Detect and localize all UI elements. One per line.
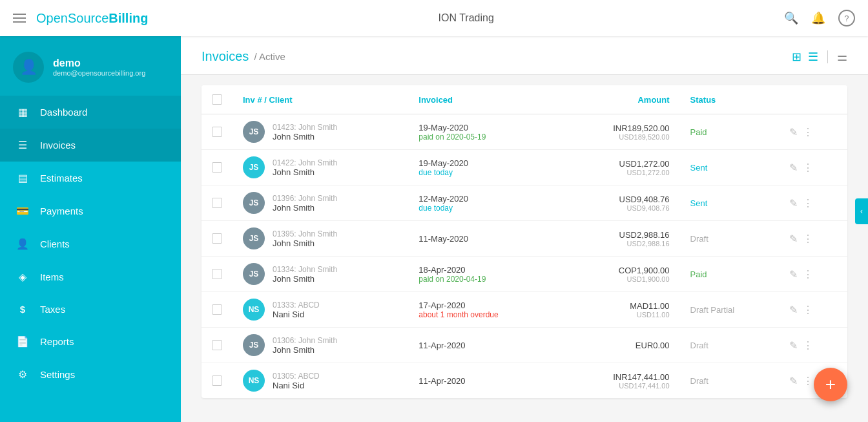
table-row: JS 01395: John Smith John Smith 11-May-2… xyxy=(202,221,847,257)
status-cell: Paid xyxy=(680,114,780,150)
more-button[interactable]: ⋮ xyxy=(803,304,813,316)
row-checkbox-cell xyxy=(202,185,232,221)
edit-button[interactable]: ✎ xyxy=(789,197,798,209)
edit-button[interactable]: ✎ xyxy=(789,375,798,387)
edit-button[interactable]: ✎ xyxy=(789,268,798,280)
filter-icon[interactable]: ⚌ xyxy=(837,50,847,64)
more-button[interactable]: ⋮ xyxy=(803,375,813,387)
invoiced-cell: 11-Apr-2020 xyxy=(408,363,562,399)
grid-view-icon[interactable]: ⊞ xyxy=(792,50,801,64)
date-sub: paid on 2020-04-19 xyxy=(418,275,552,284)
invoice-date: 11-Apr-2020 xyxy=(418,341,552,350)
more-button[interactable]: ⋮ xyxy=(803,268,813,280)
list-view-icon[interactable]: ☰ xyxy=(808,50,818,64)
client-name: Nani Sid xyxy=(273,310,320,319)
invoice-date: 11-May-2020 xyxy=(418,234,552,244)
client-cell: JS 01395: John Smith John Smith xyxy=(232,221,408,257)
actions-cell: ✎ ⋮ xyxy=(779,257,847,292)
status-cell: Sent xyxy=(680,150,780,185)
clients-icon: 👤 xyxy=(16,238,30,250)
row-checkbox-cell xyxy=(202,150,232,185)
amount-main: INR189,520.00 xyxy=(572,123,670,133)
row-checkbox[interactable] xyxy=(212,198,222,208)
status-cell: Draft Partial xyxy=(680,292,780,328)
inv-number: 01396: John Smith xyxy=(273,194,337,203)
view-divider xyxy=(827,50,828,63)
row-checkbox[interactable] xyxy=(212,375,222,386)
row-checkbox[interactable] xyxy=(212,162,222,173)
status-cell: Draft xyxy=(680,221,780,257)
edit-button[interactable]: ✎ xyxy=(789,233,798,245)
amount-usd: USD189,520.00 xyxy=(572,133,670,141)
date-sub: about 1 month overdue xyxy=(418,310,552,319)
row-actions: ✎ ⋮ xyxy=(789,162,837,174)
edit-button[interactable]: ✎ xyxy=(789,304,798,316)
more-button[interactable]: ⋮ xyxy=(803,162,813,174)
search-icon[interactable]: 🔍 xyxy=(784,11,798,25)
help-icon[interactable]: ? xyxy=(838,10,855,26)
invoice-date: 19-May-2020 xyxy=(418,123,552,132)
add-invoice-fab[interactable]: + xyxy=(814,368,847,401)
date-sub: due today xyxy=(418,168,552,177)
status-badge: Sent xyxy=(690,198,708,208)
sidebar-item-items[interactable]: ◈ Items xyxy=(0,260,181,293)
sidebar-item-invoices[interactable]: ☰ Invoices xyxy=(0,129,181,162)
amount-main: COP1,900.00 xyxy=(572,266,670,275)
invoiced-cell: 11-Apr-2020 xyxy=(408,328,562,363)
invoiced-cell: 18-Apr-2020 paid on 2020-04-19 xyxy=(408,257,562,292)
sidebar-item-reports[interactable]: 📄 Reports xyxy=(0,325,181,358)
sidebar-item-taxes[interactable]: $ Taxes xyxy=(0,293,181,325)
sidebar-item-dashboard[interactable]: ▦ Dashboard xyxy=(0,96,181,129)
row-checkbox[interactable] xyxy=(212,304,222,315)
status-cell: Paid xyxy=(680,257,780,292)
invoiced-cell: 11-May-2020 xyxy=(408,221,562,257)
inv-number: 01423: John Smith xyxy=(273,123,337,132)
more-button[interactable]: ⋮ xyxy=(803,126,813,138)
more-button[interactable]: ⋮ xyxy=(803,197,813,209)
sidebar-label-reports: Reports xyxy=(40,336,74,347)
hamburger-menu[interactable] xyxy=(13,14,26,23)
client-avatar: NS xyxy=(243,299,265,321)
row-checkbox[interactable] xyxy=(212,127,222,137)
status-badge: Draft xyxy=(690,341,708,350)
client-name: John Smith xyxy=(273,238,337,248)
client-cell: JS 01422: John Smith John Smith xyxy=(232,150,408,185)
items-icon: ◈ xyxy=(16,271,30,283)
app-title: ION Trading xyxy=(439,12,494,24)
client-info: 01422: John Smith John Smith xyxy=(273,158,337,177)
more-button[interactable]: ⋮ xyxy=(803,339,813,352)
status-badge: Paid xyxy=(690,127,707,137)
client-name: John Smith xyxy=(273,345,337,355)
client-cell: JS 01334: John Smith John Smith xyxy=(232,257,408,292)
row-checkbox[interactable] xyxy=(212,233,222,244)
date-sub: due today xyxy=(418,204,552,213)
invoices-icon: ☰ xyxy=(16,139,30,151)
row-actions: ✎ ⋮ xyxy=(789,268,837,280)
page-title-area: Invoices / Active xyxy=(202,49,285,64)
reports-icon: 📄 xyxy=(16,335,30,348)
bell-icon[interactable]: 🔔 xyxy=(811,11,825,25)
status-badge: Draft xyxy=(690,376,708,386)
sidebar-item-clients[interactable]: 👤 Clients xyxy=(0,227,181,260)
client-cell: JS 01396: John Smith John Smith xyxy=(232,185,408,221)
table-row: JS 01306: John Smith John Smith 11-Apr-2… xyxy=(202,328,847,363)
client-avatar: JS xyxy=(243,263,265,285)
status-cell: Draft xyxy=(680,328,780,363)
edit-button[interactable]: ✎ xyxy=(789,339,798,352)
sidebar-item-estimates[interactable]: ▤ Estimates xyxy=(0,162,181,195)
row-checkbox[interactable] xyxy=(212,340,222,350)
row-checkbox[interactable] xyxy=(212,269,222,279)
more-button[interactable]: ⋮ xyxy=(803,233,813,245)
row-checkbox-cell xyxy=(202,257,232,292)
invoice-date: 18-Apr-2020 xyxy=(418,265,552,275)
inv-number: 01333: ABCD xyxy=(273,301,320,310)
client-cell: JS 01306: John Smith John Smith xyxy=(232,328,408,363)
table-row: JS 01334: John Smith John Smith 18-Apr-2… xyxy=(202,257,847,292)
edit-button[interactable]: ✎ xyxy=(789,162,798,174)
top-header: OpenSourceBilling ION Trading 🔍 🔔 ? xyxy=(0,0,868,36)
sidebar-item-settings[interactable]: ⚙ Settings xyxy=(0,358,181,391)
collapse-tab[interactable]: ‹ xyxy=(855,198,868,224)
select-all-checkbox[interactable] xyxy=(212,94,222,105)
edit-button[interactable]: ✎ xyxy=(789,126,798,138)
sidebar-item-payments[interactable]: 💳 Payments xyxy=(0,195,181,227)
